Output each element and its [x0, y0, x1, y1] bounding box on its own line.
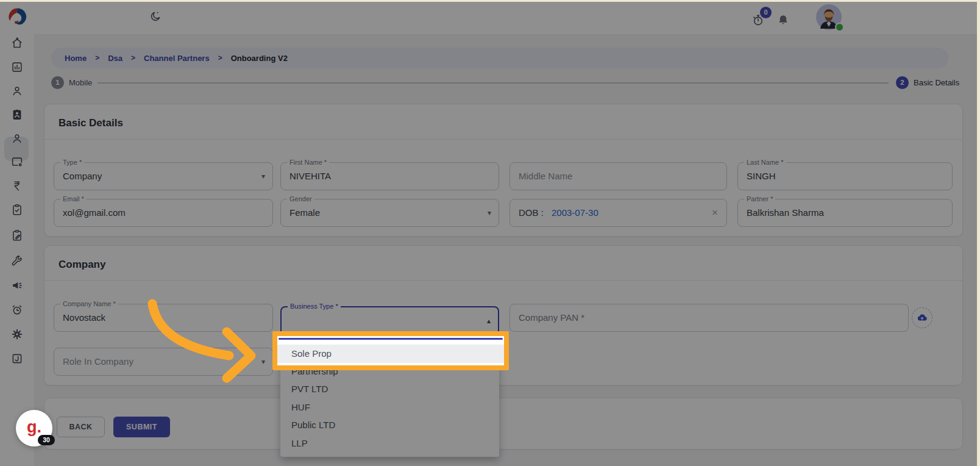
screenshot-edge-top	[0, 0, 980, 2]
guide-logo-text: g.	[27, 418, 41, 437]
screenshot-edge-right	[977, 0, 980, 466]
annotation-highlight-box: Sole Prop	[272, 331, 509, 370]
annotation-arrow-icon	[140, 293, 280, 390]
step-count-badge: 30	[38, 435, 55, 445]
focused-field-border-line	[279, 338, 503, 340]
highlighted-option-sole-prop[interactable]: Sole Prop	[277, 345, 504, 363]
onboarding-page: 0	[0, 0, 980, 466]
screenshot-dim-overlay	[0, 0, 980, 466]
